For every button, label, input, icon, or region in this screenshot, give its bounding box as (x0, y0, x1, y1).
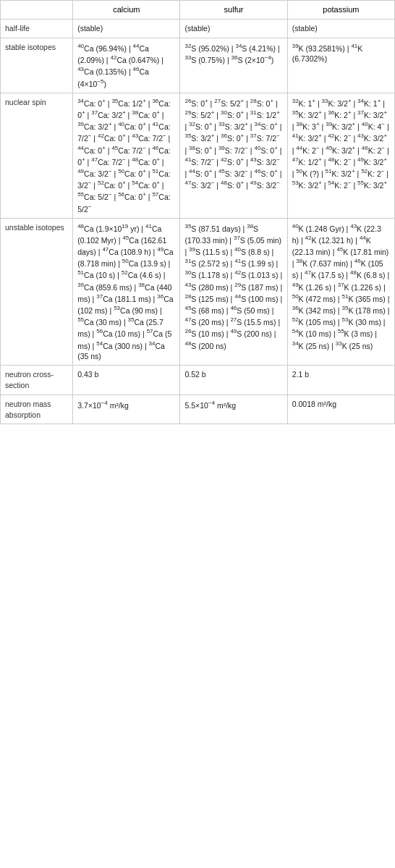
row-header-0: half-life (1, 20, 73, 38)
column-header-calcium: calcium (73, 1, 180, 20)
cell-sulfur-2: 26S: 0+ | 27S: 5/2+ | 28S: 0+ | 29S: 5/2… (180, 93, 287, 218)
column-header-potassium: potassium (287, 1, 394, 20)
cell-calcium-3: 48Ca (1.9×1019 yr) | 41Ca (0.102 Myr) | … (73, 218, 180, 366)
column-header-empty (1, 1, 73, 20)
cell-sulfur-0: (stable) (180, 20, 287, 38)
cell-potassium-0: (stable) (287, 20, 394, 38)
cell-sulfur-1: 32S (95.02%) | 34S (4.21%) | 33S (0.75%)… (180, 38, 287, 93)
cell-potassium-2: 32K: 1+ | 33K: 3/2+ | 34K: 1+ | 35K: 3/2… (287, 93, 394, 218)
cell-calcium-5: 3.7×10−4 m²/kg (73, 395, 180, 424)
row-header-5: neutron mass absorption (1, 395, 73, 424)
cell-sulfur-5: 5.5×10−4 m²/kg (180, 395, 287, 424)
cell-calcium-2: 34Ca: 0+ | 35Ca: 1/2+ | 36Ca: 0+ | 37Ca:… (73, 93, 180, 218)
row-header-3: unstable isotopes (1, 218, 73, 366)
row-header-2: nuclear spin (1, 93, 73, 218)
cell-potassium-3: 40K (1.248 Gyr) | 43K (22.3 h) | 42K (12… (287, 218, 394, 366)
cell-calcium-1: 40Ca (96.94%) | 44Ca (2.09%) | 42Ca (0.6… (73, 38, 180, 93)
cell-sulfur-4: 0.52 b (180, 366, 287, 395)
cell-potassium-1: 39K (93.2581%) | 41K (6.7302%) (287, 38, 394, 93)
row-header-1: stable isotopes (1, 38, 73, 93)
cell-sulfur-3: 35S (87.51 days) | 38S (170.33 min) | 37… (180, 218, 287, 366)
cell-calcium-0: (stable) (73, 20, 180, 38)
cell-potassium-4: 2.1 b (287, 366, 394, 395)
column-header-sulfur: sulfur (180, 1, 287, 20)
row-header-4: neutron cross-section (1, 366, 73, 395)
cell-potassium-5: 0.0018 m²/kg (287, 395, 394, 424)
cell-calcium-4: 0.43 b (73, 366, 180, 395)
